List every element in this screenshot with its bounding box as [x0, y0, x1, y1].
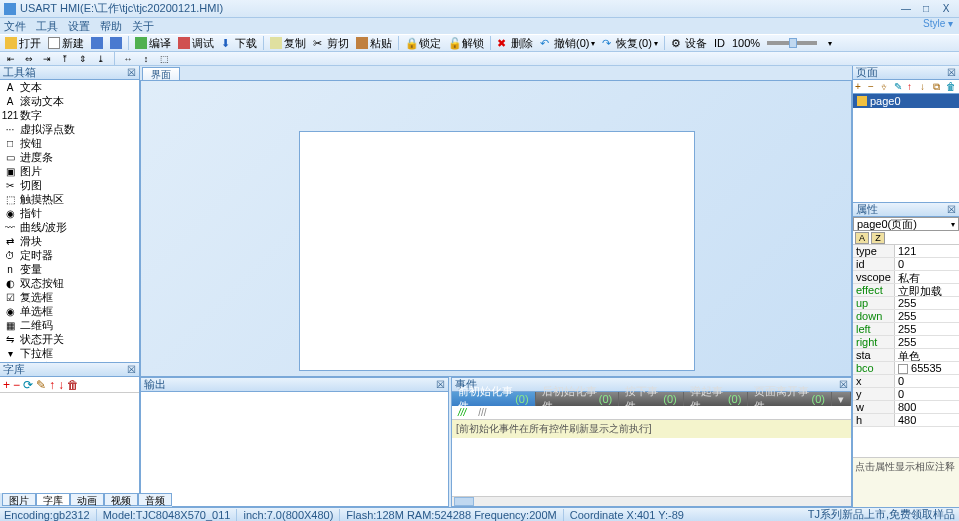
- property-value[interactable]: 私有: [895, 271, 959, 283]
- property-value[interactable]: 255: [895, 310, 959, 322]
- align-right-icon[interactable]: ⇥: [40, 53, 54, 65]
- event-tab[interactable]: 前初始化事件(0): [452, 392, 536, 406]
- menu-tool[interactable]: 工具: [36, 19, 58, 34]
- font-refresh-icon[interactable]: ⟳: [23, 378, 33, 392]
- toolbar-dropdown[interactable]: ▾: [825, 35, 835, 51]
- page-tool-icon[interactable]: +: [855, 81, 866, 93]
- property-row[interactable]: right255: [853, 336, 959, 349]
- close-button[interactable]: X: [937, 3, 955, 15]
- property-row[interactable]: id0: [853, 258, 959, 271]
- property-value[interactable]: 单色: [895, 349, 959, 361]
- property-row[interactable]: left255: [853, 323, 959, 336]
- page-close-icon[interactable]: ☒: [947, 67, 956, 78]
- font-del-icon[interactable]: −: [13, 378, 20, 392]
- toolbox-item[interactable]: ▦二维码: [0, 318, 139, 332]
- download-button[interactable]: ⬇下载: [218, 35, 260, 51]
- toolbox-item[interactable]: n变量: [0, 262, 139, 276]
- toolbox-item[interactable]: ◐双态按钮: [0, 276, 139, 290]
- property-table[interactable]: type121id0vscope私有effect立即加载up255down255…: [853, 245, 959, 457]
- font-list[interactable]: [0, 393, 139, 507]
- toolbox-item[interactable]: ⬚触摸热区: [0, 192, 139, 206]
- sort-category-icon[interactable]: A: [855, 232, 869, 244]
- canvas-tab[interactable]: 界面: [142, 67, 180, 80]
- property-value[interactable]: 0: [895, 388, 959, 400]
- event-tab-more[interactable]: ▾: [832, 392, 851, 406]
- paste-button[interactable]: 粘贴: [353, 35, 395, 51]
- resource-tab[interactable]: 图片: [2, 493, 36, 506]
- redo-button[interactable]: ↷恢复(0)▾: [599, 35, 660, 51]
- lock-button[interactable]: 🔒锁定: [402, 35, 444, 51]
- menu-about[interactable]: 关于: [132, 19, 154, 34]
- new-button[interactable]: 新建: [45, 35, 87, 51]
- page-list[interactable]: page0: [853, 94, 959, 203]
- output-body[interactable]: [141, 392, 448, 506]
- event-code-tab[interactable]: ///: [452, 407, 472, 418]
- menu-setting[interactable]: 设置: [68, 19, 90, 34]
- property-row[interactable]: h480: [853, 414, 959, 427]
- toolbox-item[interactable]: ▣图片: [0, 164, 139, 178]
- property-row[interactable]: x0: [853, 375, 959, 388]
- property-row[interactable]: vscope私有: [853, 271, 959, 284]
- save-button[interactable]: [88, 35, 106, 51]
- toolbox-item[interactable]: ✂切图: [0, 178, 139, 192]
- property-value[interactable]: 255: [895, 297, 959, 309]
- device-button[interactable]: ⚙设备: [668, 35, 710, 51]
- event-tab[interactable]: 弹起事件(0): [684, 392, 749, 406]
- property-row[interactable]: up255: [853, 297, 959, 310]
- font-down-icon[interactable]: ↓: [58, 378, 64, 392]
- property-value[interactable]: 65535: [895, 362, 959, 374]
- toolbox-item[interactable]: ▭进度条: [0, 150, 139, 164]
- canvas-area[interactable]: [140, 80, 852, 377]
- property-value[interactable]: 0: [895, 258, 959, 270]
- property-row[interactable]: sta单色: [853, 349, 959, 362]
- align-middle-icon[interactable]: ⇕: [76, 53, 90, 65]
- page-item[interactable]: page0: [853, 94, 959, 108]
- toolbox-item[interactable]: ▾下拉框: [0, 346, 139, 360]
- menu-file[interactable]: 文件: [4, 19, 26, 34]
- align-top-icon[interactable]: ⤒: [58, 53, 72, 65]
- same-size-icon[interactable]: ⬚: [157, 53, 171, 65]
- toolbox-close-icon[interactable]: ☒: [127, 67, 136, 78]
- id-button[interactable]: ID: [711, 35, 728, 51]
- event-close-icon[interactable]: ☒: [839, 379, 848, 390]
- page-tool-icon[interactable]: ↑: [907, 81, 918, 93]
- debug-button[interactable]: 调试: [175, 35, 217, 51]
- same-height-icon[interactable]: ↕: [139, 53, 153, 65]
- zoom-slider[interactable]: [764, 35, 824, 51]
- maximize-button[interactable]: □: [917, 3, 935, 15]
- toolbox-item[interactable]: A文本: [0, 80, 139, 94]
- property-value[interactable]: 立即加载: [895, 284, 959, 296]
- same-width-icon[interactable]: ↔: [121, 53, 135, 65]
- property-value[interactable]: 0: [895, 375, 959, 387]
- zoom-display[interactable]: 100%: [729, 35, 763, 51]
- property-row[interactable]: y0: [853, 388, 959, 401]
- page-tool-icon[interactable]: ✎: [894, 81, 905, 93]
- align-center-icon[interactable]: ⇔: [22, 53, 36, 65]
- font-up-icon[interactable]: ↑: [49, 378, 55, 392]
- unlock-button[interactable]: 🔓解锁: [445, 35, 487, 51]
- toolbox-item[interactable]: ···虚拟浮点数: [0, 122, 139, 136]
- event-tab[interactable]: 页面离开事件(0): [748, 392, 832, 406]
- property-value[interactable]: 255: [895, 336, 959, 348]
- font-edit-icon[interactable]: ✎: [36, 378, 46, 392]
- toolbox-item[interactable]: A滚动文本: [0, 94, 139, 108]
- font-trash-icon[interactable]: 🗑: [67, 378, 79, 392]
- page-canvas[interactable]: [299, 131, 695, 371]
- event-design-tab[interactable]: ///: [472, 407, 492, 418]
- page-tool-icon[interactable]: ⧉: [933, 81, 944, 93]
- open-button[interactable]: 打开: [2, 35, 44, 51]
- toolbox-item[interactable]: ☑复选框: [0, 290, 139, 304]
- event-scrollbar[interactable]: [452, 496, 851, 506]
- align-left-icon[interactable]: ⇤: [4, 53, 18, 65]
- property-row[interactable]: w800: [853, 401, 959, 414]
- page-tool-icon[interactable]: ⎀: [881, 81, 892, 93]
- page-tool-icon[interactable]: ↓: [920, 81, 931, 93]
- toolbox-item[interactable]: ⏱定时器: [0, 248, 139, 262]
- property-value[interactable]: 121: [895, 245, 959, 257]
- toolbox-item[interactable]: ⇄滑块: [0, 234, 139, 248]
- property-value[interactable]: 255: [895, 323, 959, 335]
- toolbox-list[interactable]: A文本A滚动文本121数字···虚拟浮点数□按钮▭进度条▣图片✂切图⬚触摸热区◉…: [0, 80, 139, 363]
- toolbox-item[interactable]: ◉指针: [0, 206, 139, 220]
- property-row[interactable]: type121: [853, 245, 959, 258]
- event-tab[interactable]: 后初始化事件(0): [536, 392, 620, 406]
